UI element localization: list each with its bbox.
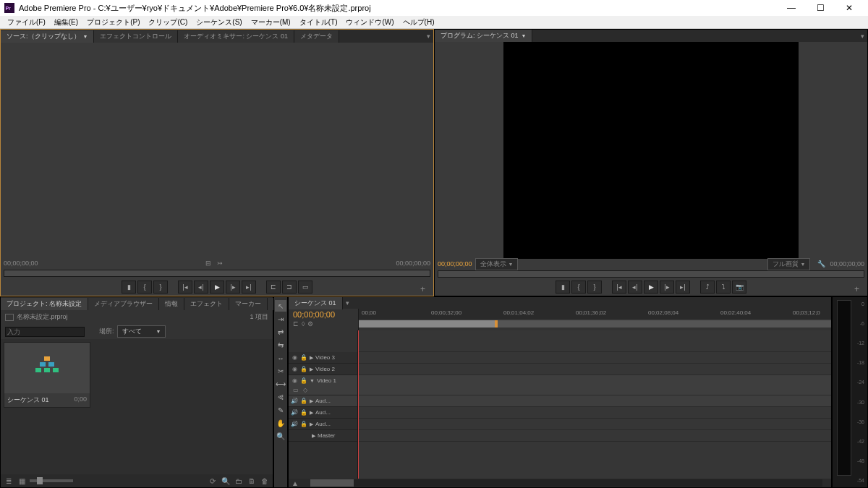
go-out-button[interactable]: ▸| bbox=[676, 281, 690, 294]
rate-stretch-tool-icon[interactable]: ↔ bbox=[275, 352, 286, 364]
zoom-tool-icon[interactable]: 🔍 bbox=[275, 430, 286, 442]
step-forward-button[interactable]: |▸ bbox=[226, 281, 240, 294]
output-icon[interactable]: ↣ bbox=[217, 260, 223, 267]
menu-file[interactable]: ファイル(F) bbox=[3, 17, 50, 27]
export-frame-button[interactable]: ▭ bbox=[298, 281, 312, 294]
playhead-line[interactable] bbox=[358, 330, 359, 479]
safe-margins-icon[interactable]: ⊟ bbox=[205, 260, 211, 267]
marker-icon[interactable]: ◊ bbox=[302, 320, 305, 328]
new-item-icon[interactable]: 🗎 bbox=[247, 476, 257, 486]
zoom-out-icon[interactable]: ▲ bbox=[289, 479, 302, 487]
timeline-ruler-area[interactable]: 00;00 00;00;32;00 00;01;04;02 00;01;36;0… bbox=[358, 309, 831, 330]
slide-tool-icon[interactable]: ⫷ bbox=[275, 391, 286, 403]
list-view-icon[interactable]: ≣ bbox=[4, 476, 14, 486]
source-current-timecode[interactable]: 00;00;00;00 bbox=[4, 260, 38, 267]
tab-info[interactable]: 情報 bbox=[159, 298, 184, 310]
tab-effect-controls[interactable]: エフェクトコントロール bbox=[94, 30, 178, 43]
tab-audio-mixer[interactable]: オーディオミキサー: シーケンス 01 bbox=[178, 30, 294, 43]
delete-icon[interactable]: 🗑 bbox=[260, 476, 270, 486]
menu-window[interactable]: ウィンドウ(W) bbox=[341, 17, 398, 27]
add-button-icon[interactable]: + bbox=[420, 284, 430, 294]
fit-dropdown[interactable]: 全体表示▼ bbox=[475, 258, 519, 270]
tab-effects[interactable]: エフェクト bbox=[184, 298, 229, 310]
project-bin[interactable]: シーケンス 01 0;00 bbox=[1, 339, 273, 474]
step-forward-button[interactable]: |▸ bbox=[660, 281, 674, 294]
timeline-work-area[interactable] bbox=[359, 320, 831, 328]
window-maximize-button[interactable]: ☐ bbox=[806, 0, 835, 16]
marker-button[interactable]: ▮ bbox=[122, 281, 136, 294]
go-in-button[interactable]: |◂ bbox=[612, 281, 626, 294]
menu-title[interactable]: タイトル(T) bbox=[295, 17, 342, 27]
panel-menu-icon[interactable]: ▾ bbox=[343, 299, 353, 307]
tab-source[interactable]: ソース:（クリップなし）▼ bbox=[1, 30, 94, 43]
insert-button[interactable]: ⊏ bbox=[266, 281, 281, 294]
ripple-edit-tool-icon[interactable]: ⇄ bbox=[275, 326, 286, 338]
track-select-tool-icon[interactable]: ⇥ bbox=[275, 313, 286, 325]
go-in-button[interactable]: |◂ bbox=[178, 281, 192, 294]
rolling-edit-tool-icon[interactable]: ⇆ bbox=[275, 339, 286, 351]
dropdown-icon[interactable]: ▼ bbox=[522, 33, 527, 38]
icon-view-icon[interactable]: ▦ bbox=[17, 476, 27, 486]
extract-button[interactable]: ⤵ bbox=[716, 281, 731, 294]
tab-program[interactable]: プログラム: シーケンス 01▼ bbox=[435, 30, 532, 42]
overwrite-button[interactable]: ⊐ bbox=[282, 281, 297, 294]
settings-icon[interactable]: ⚙ bbox=[307, 320, 313, 328]
selection-tool-icon[interactable]: ↖ bbox=[275, 300, 286, 312]
tab-project[interactable]: プロジェクト: 名称未設定 bbox=[1, 298, 88, 310]
add-button-icon[interactable]: + bbox=[854, 284, 864, 294]
window-minimize-button[interactable]: — bbox=[777, 0, 806, 16]
thumb-size-slider[interactable] bbox=[30, 479, 73, 482]
source-scrollbar[interactable] bbox=[4, 270, 430, 277]
panel-menu-icon[interactable]: ▾ bbox=[423, 33, 433, 40]
play-button[interactable]: ▶ bbox=[210, 281, 224, 294]
pen-tool-icon[interactable]: ✎ bbox=[275, 404, 286, 416]
tab-metadata[interactable]: メタデータ bbox=[294, 30, 339, 43]
scroll-handle[interactable] bbox=[310, 479, 354, 487]
track-header-video1[interactable]: ◉🔒▼Video 1 ▭◇ bbox=[289, 375, 357, 395]
menu-project[interactable]: プロジェクト(P) bbox=[82, 17, 144, 27]
panel-menu-icon[interactable]: ▾ bbox=[857, 33, 867, 40]
wrench-icon[interactable]: 🔧 bbox=[817, 260, 825, 267]
window-close-button[interactable]: ✕ bbox=[835, 0, 864, 16]
out-point-button[interactable]: } bbox=[153, 281, 168, 294]
slip-tool-icon[interactable]: ⟷ bbox=[275, 378, 286, 390]
timeline-timecode[interactable]: 00;00;00;00 bbox=[293, 310, 354, 319]
track-header-video3[interactable]: ◉🔒▶Video 3 bbox=[289, 352, 357, 364]
out-point-button[interactable]: } bbox=[587, 281, 602, 294]
track-header-master[interactable]: ▶Master bbox=[289, 430, 357, 442]
menu-clip[interactable]: クリップ(C) bbox=[144, 17, 192, 27]
dropdown-icon[interactable]: ▼ bbox=[83, 34, 88, 39]
in-point-button[interactable]: { bbox=[571, 281, 586, 294]
new-bin-icon[interactable]: 🗀 bbox=[234, 476, 244, 486]
track-header-audio2[interactable]: 🔊🔒▶Aud... bbox=[289, 407, 357, 419]
tab-markers[interactable]: マーカー bbox=[229, 298, 268, 310]
timeline-h-scroll[interactable]: ▲ bbox=[289, 479, 831, 487]
program-scrollbar[interactable] bbox=[438, 270, 864, 278]
marker-button[interactable]: ▮ bbox=[556, 281, 570, 294]
menu-sequence[interactable]: シーケンス(S) bbox=[192, 17, 246, 27]
find-icon[interactable]: 🔍 bbox=[221, 476, 231, 486]
filter-dropdown[interactable]: すべて▼ bbox=[117, 325, 166, 338]
track-header-audio1[interactable]: 🔊🔒▶Aud... bbox=[289, 395, 357, 407]
menu-help[interactable]: ヘルプ(H) bbox=[399, 17, 439, 27]
track-header-video2[interactable]: ◉🔒▶Video 2 bbox=[289, 364, 357, 375]
track-header-audio3[interactable]: 🔊🔒▶Aud... bbox=[289, 419, 357, 430]
razor-tool-icon[interactable]: ✂ bbox=[275, 365, 286, 377]
quality-dropdown[interactable]: フル画質▼ bbox=[767, 258, 811, 270]
project-item-sequence[interactable]: シーケンス 01 0;00 bbox=[4, 342, 90, 408]
step-back-button[interactable]: ◂| bbox=[194, 281, 208, 294]
menu-edit[interactable]: 編集(E) bbox=[50, 17, 82, 27]
menu-marker[interactable]: マーカー(M) bbox=[247, 17, 295, 27]
program-current-timecode[interactable]: 00;00;00;00 bbox=[438, 260, 472, 267]
tab-media-browser[interactable]: メディアブラウザー bbox=[88, 298, 159, 310]
tab-sequence[interactable]: シーケンス 01 bbox=[289, 297, 343, 309]
play-button[interactable]: ▶ bbox=[644, 281, 658, 294]
go-out-button[interactable]: ▸| bbox=[242, 281, 256, 294]
hand-tool-icon[interactable]: ✋ bbox=[275, 417, 286, 429]
lift-button[interactable]: ⤴ bbox=[700, 281, 715, 294]
track-lanes[interactable] bbox=[358, 330, 831, 479]
automate-icon[interactable]: ⟳ bbox=[208, 476, 218, 486]
in-point-button[interactable]: { bbox=[137, 281, 152, 294]
step-back-button[interactable]: ◂| bbox=[628, 281, 642, 294]
project-search-input[interactable] bbox=[5, 327, 85, 337]
